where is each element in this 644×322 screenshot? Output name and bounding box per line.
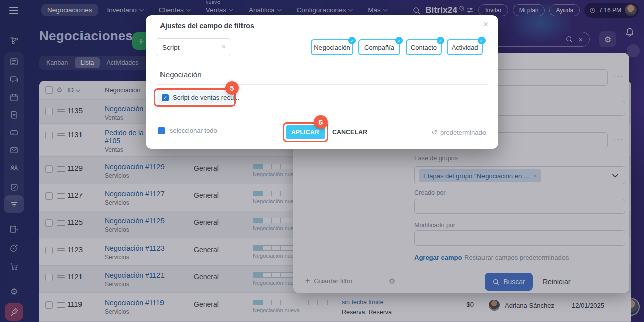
filter-fields-modal: Ajustes del campo de filtros × × Negocia… [146, 15, 498, 149]
select-all-toggle[interactable]: – seleccionar todo [158, 127, 217, 134]
modal-title: Ajustes del campo de filtros [160, 22, 254, 30]
cancel-button[interactable]: CANCELAR [332, 129, 367, 136]
check-badge-icon: ✓ [478, 37, 486, 44]
entity-tab-label: Actividad [452, 44, 478, 51]
checked-checkbox[interactable]: ✓ [162, 94, 169, 101]
check-badge-icon: ✓ [348, 37, 356, 44]
check-badge-icon: ✓ [395, 37, 403, 44]
clear-input-icon[interactable]: × [222, 43, 226, 51]
step-badge-5: 5 [225, 81, 239, 95]
entity-tab-contacto[interactable]: Contacto✓ [406, 39, 442, 55]
step-badge-6: 6 [314, 115, 328, 129]
entity-tab-negociacion[interactable]: Negociación✓ [311, 39, 353, 55]
entity-tab-actividad[interactable]: Actividad✓ [447, 39, 483, 55]
select-all-label: seleccionar todo [170, 127, 217, 134]
check-badge-icon: ✓ [437, 37, 444, 44]
undo-icon: ↺ [431, 128, 437, 136]
entity-tab-compania[interactable]: Compañía✓ [358, 39, 400, 55]
modal-section-title: Negociación [160, 70, 202, 79]
entity-tab-label: Compañía [364, 44, 394, 51]
entity-tab-label: Negociación [314, 44, 350, 51]
tutorial-highlight-field: ✓ Script de ventas recu... [154, 88, 236, 107]
field-option-chip[interactable]: ✓ Script de ventas recu... [157, 91, 233, 104]
field-option-label: Script de ventas recu... [173, 94, 239, 101]
field-search-input[interactable] [162, 39, 217, 56]
entity-tab-label: Contacto [411, 44, 437, 51]
field-search-box: × [156, 38, 231, 56]
default-link-label: predeterminado [440, 129, 486, 136]
app-root: Negociaciones Inventario Clientes NUEVOV… [0, 0, 644, 322]
divider [156, 84, 488, 85]
default-link[interactable]: ↺ predeterminado [431, 128, 486, 136]
close-icon[interactable]: × [482, 19, 488, 30]
indeterminate-checkbox[interactable]: – [158, 127, 165, 134]
